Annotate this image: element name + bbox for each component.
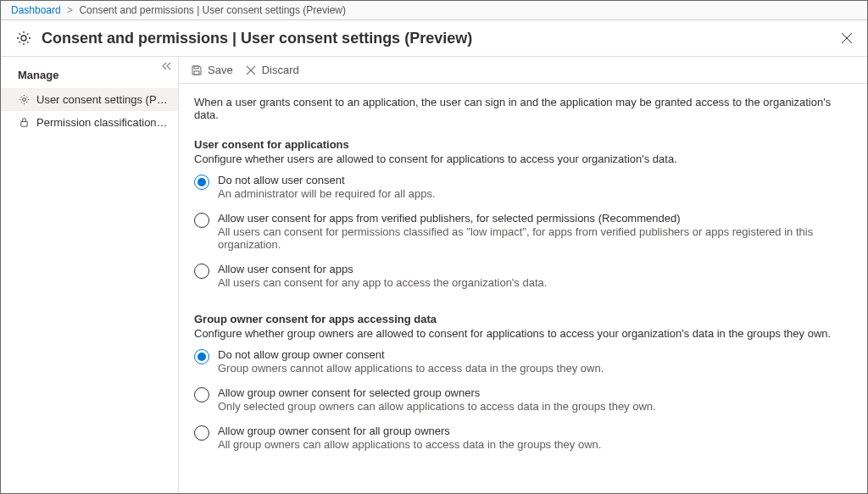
collapse-sidebar-icon[interactable]	[161, 62, 171, 72]
sidebar-item-label: User consent settings (Preview)	[36, 93, 168, 106]
sidebar-item-label: Permission classifications (Previ...	[36, 116, 168, 129]
save-icon	[191, 64, 203, 76]
radio-do-not-allow-user-consent[interactable]: Do not allow user consent An administrat…	[194, 174, 852, 200]
sidebar-heading: Manage	[1, 57, 178, 88]
gear-icon	[18, 94, 30, 106]
radio-help: Group owners cannot allow applications t…	[218, 362, 604, 375]
radio-label: Do not allow user consent	[218, 174, 436, 186]
radio-allow-verified-publishers[interactable]: Allow user consent for apps from verifie…	[194, 212, 852, 251]
svg-point-0	[21, 36, 26, 41]
radio-button[interactable]	[194, 387, 209, 402]
page-header: Consent and permissions | User consent s…	[1, 20, 867, 57]
save-label: Save	[208, 64, 233, 76]
radio-allow-selected-group-owners[interactable]: Allow group owner consent for selected g…	[194, 386, 852, 413]
radio-button[interactable]	[194, 264, 209, 279]
radio-button[interactable]	[194, 175, 209, 190]
radio-allow-all-group-owners[interactable]: Allow group owner consent for all group …	[194, 425, 852, 451]
radio-help: All users can consent for any app to acc…	[218, 276, 547, 289]
svg-rect-4	[20, 122, 26, 127]
lock-icon	[18, 117, 30, 129]
svg-rect-5	[194, 66, 198, 69]
discard-button[interactable]: Discard	[245, 64, 299, 76]
toolbar: Save Discard	[179, 57, 867, 84]
radio-do-not-allow-group-owner[interactable]: Do not allow group owner consent Group o…	[194, 348, 852, 375]
intro-text: When a user grants consent to an applica…	[194, 96, 852, 121]
radio-label: Do not allow group owner consent	[218, 348, 604, 361]
radio-help: An administrator will be required for al…	[218, 187, 436, 200]
chevron-right-icon: >	[67, 4, 73, 16]
sidebar: Manage User consent settings (Preview) P…	[1, 57, 179, 494]
radio-label: Allow user consent for apps from verifie…	[218, 212, 852, 225]
save-button[interactable]: Save	[191, 64, 233, 76]
breadcrumb: Dashboard > Consent and permissions | Us…	[1, 1, 867, 20]
sidebar-item-user-consent[interactable]: User consent settings (Preview)	[1, 88, 178, 111]
discard-icon	[245, 64, 257, 76]
page-title: Consent and permissions | User consent s…	[42, 30, 840, 47]
radio-label: Allow group owner consent for all group …	[218, 425, 601, 437]
gear-icon	[14, 29, 33, 47]
radio-label: Allow group owner consent for selected g…	[218, 386, 656, 399]
breadcrumb-current: Consent and permissions | User consent s…	[79, 4, 346, 16]
svg-rect-6	[194, 71, 199, 75]
section-group-owner-title: Group owner consent for apps accessing d…	[194, 313, 852, 325]
main-content: Save Discard When a user grants consent …	[179, 57, 867, 494]
radio-help: Only selected group owners can allow app…	[218, 400, 656, 413]
breadcrumb-root[interactable]: Dashboard	[11, 4, 61, 16]
radio-button[interactable]	[194, 425, 209, 441]
close-button[interactable]	[840, 31, 854, 45]
section-user-consent-title: User consent for applications	[194, 138, 852, 151]
radio-button[interactable]	[194, 349, 209, 364]
svg-point-3	[22, 98, 25, 102]
section-group-owner-desc: Configure whether group owners are allow…	[194, 327, 852, 340]
section-user-consent-desc: Configure whether users are allowed to c…	[194, 153, 852, 165]
radio-help: All group owners can allow applications …	[218, 438, 601, 451]
radio-label: Allow user consent for apps	[218, 263, 547, 275]
radio-help: All users can consent for permissions cl…	[218, 225, 852, 251]
radio-allow-user-consent[interactable]: Allow user consent for apps All users ca…	[194, 263, 852, 289]
discard-label: Discard	[262, 64, 299, 76]
radio-button[interactable]	[194, 213, 209, 228]
sidebar-item-permission-classifications[interactable]: Permission classifications (Previ...	[1, 111, 178, 134]
